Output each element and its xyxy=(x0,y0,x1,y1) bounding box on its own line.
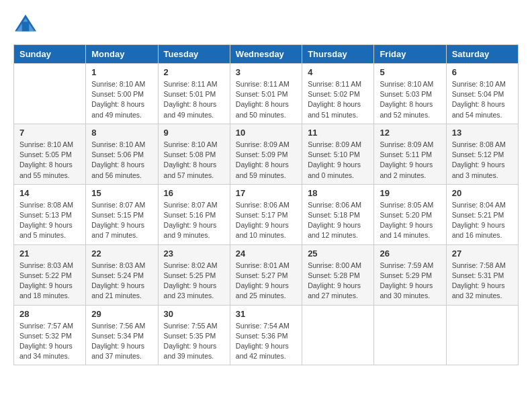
daylight-text: Daylight: 9 hours and 25 minutes. xyxy=(236,281,296,301)
daylight-text: Daylight: 8 hours and 51 minutes. xyxy=(308,99,368,120)
day-detail: Sunrise: 8:06 AMSunset: 5:18 PMDaylight:… xyxy=(308,200,368,241)
day-number: 28 xyxy=(19,309,80,319)
day-number: 23 xyxy=(164,248,224,259)
day-detail: Sunrise: 8:11 AMSunset: 5:01 PMDaylight:… xyxy=(164,79,224,120)
sunset-text: Sunset: 5:36 PM xyxy=(236,331,296,341)
daylight-text: Daylight: 9 hours and 42 minutes. xyxy=(236,341,296,361)
calendar-cell: 26Sunrise: 7:59 AMSunset: 5:29 PMDayligh… xyxy=(374,244,446,305)
daylight-text: Daylight: 8 hours and 49 minutes. xyxy=(164,99,224,120)
calendar-cell: 30Sunrise: 7:55 AMSunset: 5:35 PMDayligh… xyxy=(158,305,230,365)
sunset-text: Sunset: 5:11 PM xyxy=(380,150,440,160)
sunset-text: Sunset: 5:28 PM xyxy=(308,271,368,281)
sunrise-text: Sunrise: 8:04 AM xyxy=(452,200,513,210)
daylight-text: Daylight: 9 hours and 18 minutes. xyxy=(19,281,80,301)
day-detail: Sunrise: 8:04 AMSunset: 5:21 PMDaylight:… xyxy=(452,200,513,241)
sunset-text: Sunset: 5:12 PM xyxy=(452,150,513,160)
sunrise-text: Sunrise: 8:10 AM xyxy=(91,79,152,89)
daylight-text: Daylight: 8 hours and 52 minutes. xyxy=(380,99,440,120)
calendar-cell: 6Sunrise: 8:10 AMSunset: 5:04 PMDaylight… xyxy=(446,64,518,124)
daylight-text: Daylight: 9 hours and 39 minutes. xyxy=(164,341,224,361)
day-number: 17 xyxy=(236,188,296,198)
day-number: 25 xyxy=(308,248,368,259)
sunset-text: Sunset: 5:20 PM xyxy=(380,210,440,220)
day-number: 27 xyxy=(452,248,513,259)
calendar-cell: 15Sunrise: 8:07 AMSunset: 5:15 PMDayligh… xyxy=(86,184,158,244)
daylight-text: Daylight: 9 hours and 32 minutes. xyxy=(452,281,513,301)
day-number: 2 xyxy=(164,67,224,77)
day-number: 13 xyxy=(452,128,513,138)
sunset-text: Sunset: 5:08 PM xyxy=(164,150,224,160)
calendar-cell: 23Sunrise: 8:02 AMSunset: 5:25 PMDayligh… xyxy=(158,244,230,305)
sunrise-text: Sunrise: 8:05 AM xyxy=(380,200,440,210)
calendar-cell: 1Sunrise: 8:10 AMSunset: 5:00 PMDaylight… xyxy=(86,64,158,124)
day-detail: Sunrise: 8:00 AMSunset: 5:28 PMDaylight:… xyxy=(308,261,368,302)
day-number: 4 xyxy=(308,67,368,77)
day-detail: Sunrise: 8:03 AMSunset: 5:22 PMDaylight:… xyxy=(19,261,80,302)
calendar-cell: 24Sunrise: 8:01 AMSunset: 5:27 PMDayligh… xyxy=(230,244,302,305)
sunset-text: Sunset: 5:05 PM xyxy=(19,150,80,160)
calendar-cell xyxy=(302,305,374,365)
sunset-text: Sunset: 5:02 PM xyxy=(308,89,368,99)
daylight-text: Daylight: 8 hours and 59 minutes. xyxy=(236,160,296,180)
day-number: 11 xyxy=(308,128,368,138)
sunset-text: Sunset: 5:00 PM xyxy=(91,89,152,99)
sunset-text: Sunset: 5:18 PM xyxy=(308,210,368,220)
sunrise-text: Sunrise: 7:59 AM xyxy=(380,261,440,271)
daylight-text: Daylight: 8 hours and 50 minutes. xyxy=(236,99,296,120)
logo xyxy=(13,13,40,34)
day-detail: Sunrise: 8:08 AMSunset: 5:12 PMDaylight:… xyxy=(452,140,513,181)
day-number: 26 xyxy=(380,248,440,259)
daylight-text: Daylight: 9 hours and 27 minutes. xyxy=(308,281,368,301)
day-number: 22 xyxy=(91,248,152,259)
day-number: 21 xyxy=(19,248,80,259)
calendar-cell: 20Sunrise: 8:04 AMSunset: 5:21 PMDayligh… xyxy=(446,184,518,244)
sunset-text: Sunset: 5:04 PM xyxy=(452,89,513,99)
day-detail: Sunrise: 7:57 AMSunset: 5:32 PMDaylight:… xyxy=(19,321,80,362)
calendar-cell xyxy=(14,64,86,124)
calendar-cell: 16Sunrise: 8:07 AMSunset: 5:16 PMDayligh… xyxy=(158,184,230,244)
sunrise-text: Sunrise: 8:09 AM xyxy=(308,140,368,150)
calendar-week-4: 21Sunrise: 8:03 AMSunset: 5:22 PMDayligh… xyxy=(14,244,519,305)
sunset-text: Sunset: 5:31 PM xyxy=(452,271,513,281)
header-cell-sunday: Sunday xyxy=(14,45,86,64)
calendar-cell: 5Sunrise: 8:10 AMSunset: 5:03 PMDaylight… xyxy=(374,64,446,124)
day-number: 5 xyxy=(380,67,440,77)
logo-icon xyxy=(13,13,38,34)
day-number: 29 xyxy=(91,309,152,319)
sunrise-text: Sunrise: 8:07 AM xyxy=(91,200,152,210)
daylight-text: Daylight: 9 hours and 14 minutes. xyxy=(380,220,440,240)
daylight-text: Daylight: 8 hours and 55 minutes. xyxy=(19,160,80,180)
header-row: SundayMondayTuesdayWednesdayThursdayFrid… xyxy=(14,45,519,64)
sunset-text: Sunset: 5:22 PM xyxy=(19,271,80,281)
day-detail: Sunrise: 7:58 AMSunset: 5:31 PMDaylight:… xyxy=(452,261,513,302)
page-header xyxy=(13,13,519,34)
day-detail: Sunrise: 8:10 AMSunset: 5:05 PMDaylight:… xyxy=(19,140,80,181)
daylight-text: Daylight: 9 hours and 30 minutes. xyxy=(380,281,440,301)
sunset-text: Sunset: 5:10 PM xyxy=(308,150,368,160)
day-detail: Sunrise: 8:09 AMSunset: 5:10 PMDaylight:… xyxy=(308,140,368,181)
sunrise-text: Sunrise: 8:11 AM xyxy=(164,79,224,89)
day-detail: Sunrise: 8:10 AMSunset: 5:03 PMDaylight:… xyxy=(380,79,440,120)
day-number: 7 xyxy=(19,128,80,138)
day-detail: Sunrise: 8:11 AMSunset: 5:01 PMDaylight:… xyxy=(236,79,296,120)
header-cell-monday: Monday xyxy=(86,45,158,64)
day-number: 6 xyxy=(452,67,513,77)
day-number: 12 xyxy=(380,128,440,138)
header-cell-wednesday: Wednesday xyxy=(230,45,302,64)
sunset-text: Sunset: 5:01 PM xyxy=(164,89,224,99)
sunrise-text: Sunrise: 8:10 AM xyxy=(164,140,224,150)
calendar-cell: 25Sunrise: 8:00 AMSunset: 5:28 PMDayligh… xyxy=(302,244,374,305)
sunset-text: Sunset: 5:35 PM xyxy=(164,331,224,341)
day-number: 31 xyxy=(236,309,296,319)
calendar-cell: 22Sunrise: 8:03 AMSunset: 5:24 PMDayligh… xyxy=(86,244,158,305)
daylight-text: Daylight: 9 hours and 9 minutes. xyxy=(164,220,224,240)
daylight-text: Daylight: 9 hours and 0 minutes. xyxy=(308,160,368,180)
day-detail: Sunrise: 8:09 AMSunset: 5:11 PMDaylight:… xyxy=(380,140,440,181)
sunrise-text: Sunrise: 7:56 AM xyxy=(91,321,152,331)
day-number: 14 xyxy=(19,188,80,198)
calendar-cell: 7Sunrise: 8:10 AMSunset: 5:05 PMDaylight… xyxy=(14,124,86,184)
calendar-week-3: 14Sunrise: 8:08 AMSunset: 5:13 PMDayligh… xyxy=(14,184,519,244)
daylight-text: Daylight: 9 hours and 12 minutes. xyxy=(308,220,368,240)
sunrise-text: Sunrise: 8:08 AM xyxy=(19,200,80,210)
calendar-cell: 17Sunrise: 8:06 AMSunset: 5:17 PMDayligh… xyxy=(230,184,302,244)
